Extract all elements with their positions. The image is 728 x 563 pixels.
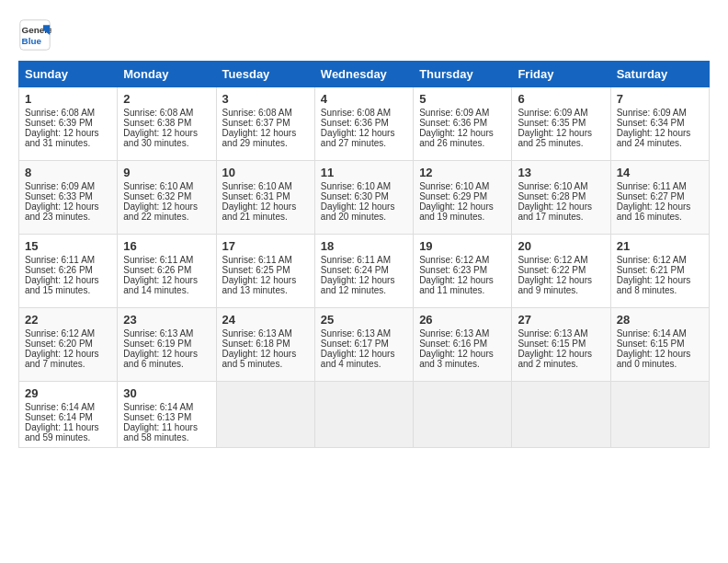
cell-text: Sunrise: 6:12 AM <box>419 255 506 265</box>
calendar-cell: 9Sunrise: 6:10 AMSunset: 6:32 PMDaylight… <box>118 161 216 235</box>
cell-text: Sunset: 6:23 PM <box>419 265 506 275</box>
cell-text: and 29 minutes. <box>222 138 309 148</box>
day-number: 20 <box>518 239 604 253</box>
calendar-body: 1Sunrise: 6:08 AMSunset: 6:39 PMDaylight… <box>19 87 710 448</box>
day-number: 12 <box>419 166 506 179</box>
cell-text: Sunrise: 6:09 AM <box>419 108 506 118</box>
cell-text: Sunrise: 6:11 AM <box>321 255 407 265</box>
cell-text: and 25 minutes. <box>518 138 604 148</box>
cell-text: Sunrise: 6:10 AM <box>123 181 210 191</box>
calendar-week-row: 8Sunrise: 6:09 AMSunset: 6:33 PMDaylight… <box>19 161 710 235</box>
cell-text: Sunset: 6:37 PM <box>222 118 309 128</box>
day-number: 6 <box>518 92 604 106</box>
cell-text: and 6 minutes. <box>123 359 210 369</box>
cell-text: Daylight: 12 hours <box>123 201 210 212</box>
cell-text: Sunrise: 6:14 AM <box>617 328 703 339</box>
day-number: 30 <box>123 386 210 400</box>
cell-text: Sunrise: 6:12 AM <box>25 328 111 339</box>
day-header: Saturday <box>610 62 709 87</box>
cell-text: Sunset: 6:30 PM <box>321 191 407 201</box>
calendar-cell: 28Sunrise: 6:14 AMSunset: 6:15 PMDayligh… <box>610 308 709 382</box>
day-number: 15 <box>25 239 111 253</box>
cell-text: and 26 minutes. <box>419 138 506 148</box>
cell-text: and 4 minutes. <box>321 359 407 369</box>
cell-text: Sunrise: 6:13 AM <box>419 328 506 339</box>
cell-text: Daylight: 12 hours <box>321 128 407 138</box>
cell-text: Sunset: 6:32 PM <box>123 191 210 201</box>
calendar-cell <box>512 382 610 448</box>
cell-text: and 2 minutes. <box>518 359 604 369</box>
cell-text: Sunrise: 6:10 AM <box>321 181 407 191</box>
cell-text: Sunset: 6:36 PM <box>419 118 506 128</box>
cell-text: Daylight: 12 hours <box>518 128 604 138</box>
cell-text: Daylight: 12 hours <box>321 201 407 212</box>
calendar-cell: 2Sunrise: 6:08 AMSunset: 6:38 PMDaylight… <box>118 87 216 161</box>
cell-text: Daylight: 11 hours <box>123 422 210 432</box>
calendar-cell: 26Sunrise: 6:13 AMSunset: 6:16 PMDayligh… <box>414 308 512 382</box>
cell-text: Daylight: 12 hours <box>617 349 703 359</box>
cell-text: Sunset: 6:26 PM <box>123 265 210 275</box>
cell-text: Daylight: 12 hours <box>617 128 703 138</box>
cell-text: Sunset: 6:21 PM <box>617 265 703 275</box>
calendar-cell: 10Sunrise: 6:10 AMSunset: 6:31 PMDayligh… <box>216 161 314 235</box>
cell-text: and 20 minutes. <box>321 212 407 222</box>
cell-text: Daylight: 11 hours <box>25 422 111 432</box>
day-number: 23 <box>123 313 210 327</box>
cell-text: Daylight: 12 hours <box>419 275 506 285</box>
cell-text: Sunrise: 6:13 AM <box>321 328 407 339</box>
cell-text: Sunrise: 6:13 AM <box>123 328 210 339</box>
cell-text: and 8 minutes. <box>617 285 703 295</box>
calendar-cell: 16Sunrise: 6:11 AMSunset: 6:26 PMDayligh… <box>118 235 216 308</box>
calendar-cell: 27Sunrise: 6:13 AMSunset: 6:15 PMDayligh… <box>512 308 610 382</box>
cell-text: Sunset: 6:29 PM <box>419 191 506 201</box>
cell-text: Sunrise: 6:14 AM <box>25 402 111 412</box>
day-number: 26 <box>419 313 506 327</box>
cell-text: Daylight: 12 hours <box>123 275 210 285</box>
cell-text: and 59 minutes. <box>25 432 111 442</box>
day-number: 24 <box>222 313 309 327</box>
calendar-cell: 11Sunrise: 6:10 AMSunset: 6:30 PMDayligh… <box>314 161 413 235</box>
cell-text: Sunset: 6:19 PM <box>123 339 210 349</box>
cell-text: Sunset: 6:38 PM <box>123 118 210 128</box>
cell-text: Sunrise: 6:10 AM <box>518 181 604 191</box>
calendar-cell: 24Sunrise: 6:13 AMSunset: 6:18 PMDayligh… <box>216 308 314 382</box>
cell-text: Sunrise: 6:08 AM <box>123 108 210 118</box>
cell-text: Sunset: 6:27 PM <box>617 191 703 201</box>
cell-text: Sunset: 6:15 PM <box>518 339 604 349</box>
day-number: 25 <box>321 313 407 327</box>
cell-text: Sunrise: 6:14 AM <box>123 402 210 412</box>
day-number: 8 <box>25 166 111 179</box>
cell-text: and 24 minutes. <box>617 138 703 148</box>
cell-text: Daylight: 12 hours <box>123 128 210 138</box>
calendar-cell: 30Sunrise: 6:14 AMSunset: 6:13 PMDayligh… <box>118 382 216 448</box>
day-number: 16 <box>123 239 210 253</box>
day-number: 5 <box>419 92 506 106</box>
cell-text: Sunset: 6:24 PM <box>321 265 407 275</box>
calendar-cell <box>216 382 314 448</box>
cell-text: and 7 minutes. <box>25 359 111 369</box>
calendar-cell: 5Sunrise: 6:09 AMSunset: 6:36 PMDaylight… <box>414 87 512 161</box>
cell-text: and 15 minutes. <box>25 285 111 295</box>
cell-text: Sunset: 6:36 PM <box>321 118 407 128</box>
cell-text: Sunset: 6:31 PM <box>222 191 309 201</box>
cell-text: Daylight: 12 hours <box>419 201 506 212</box>
cell-text: Daylight: 12 hours <box>25 349 111 359</box>
day-header: Sunday <box>19 62 118 87</box>
day-header: Tuesday <box>216 62 314 87</box>
cell-text: Sunset: 6:13 PM <box>123 412 210 422</box>
day-number: 29 <box>25 386 111 400</box>
calendar-cell <box>414 382 512 448</box>
cell-text: and 30 minutes. <box>123 138 210 148</box>
calendar-week-row: 15Sunrise: 6:11 AMSunset: 6:26 PMDayligh… <box>19 235 710 308</box>
cell-text: Daylight: 12 hours <box>617 275 703 285</box>
calendar-cell: 7Sunrise: 6:09 AMSunset: 6:34 PMDaylight… <box>610 87 709 161</box>
cell-text: and 12 minutes. <box>321 285 407 295</box>
day-number: 21 <box>617 239 703 253</box>
calendar-week-row: 1Sunrise: 6:08 AMSunset: 6:39 PMDaylight… <box>19 87 710 161</box>
cell-text: Daylight: 12 hours <box>222 349 309 359</box>
calendar-cell: 13Sunrise: 6:10 AMSunset: 6:28 PMDayligh… <box>512 161 610 235</box>
cell-text: Daylight: 12 hours <box>25 128 111 138</box>
cell-text: Daylight: 12 hours <box>518 275 604 285</box>
calendar-cell <box>610 382 709 448</box>
calendar-header-row: SundayMondayTuesdayWednesdayThursdayFrid… <box>19 62 710 87</box>
